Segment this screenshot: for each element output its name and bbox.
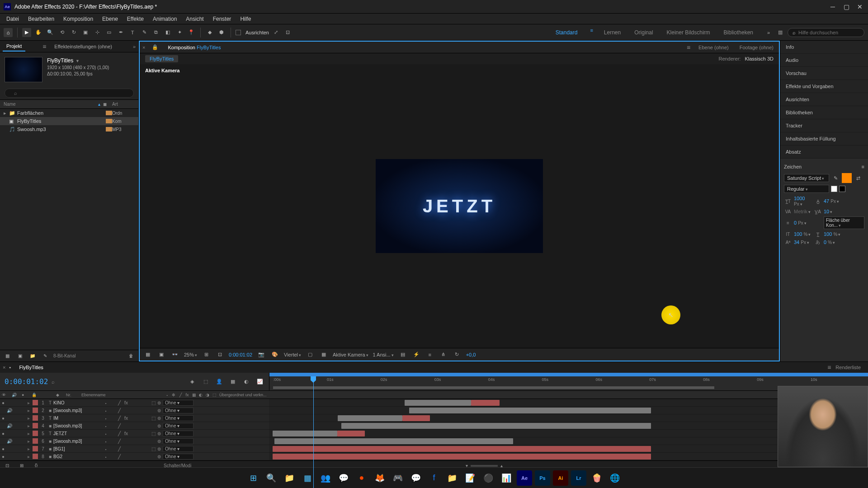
layer-row[interactable]: ●▸1TKINO⬩╱fx⬚⊚Ohne ▾ <box>0 399 868 407</box>
comp-dropdown-icon[interactable]: ▼ <box>75 59 80 63</box>
timeline-search-icon[interactable]: ⌕ <box>52 379 55 385</box>
taskbar-app5-icon[interactable]: 🍿 <box>589 470 604 486</box>
workspace-panel-icon[interactable]: ▥ <box>776 28 785 37</box>
new-comp-icon[interactable]: ▣ <box>15 352 24 361</box>
menu-hilfe[interactable]: Hilfe <box>236 14 255 24</box>
leading-value[interactable]: 47 <box>824 198 829 204</box>
tab-footage[interactable]: Footage (ohne) <box>737 43 776 52</box>
channel-icon[interactable]: ▣ <box>157 350 166 359</box>
frame-blend-icon[interactable]: ▦ <box>228 377 237 386</box>
workspace-original[interactable]: Original <box>632 28 656 38</box>
eraser-tool[interactable]: ◧ <box>163 28 172 37</box>
kerning-value[interactable]: Metrik <box>794 209 807 214</box>
taskbar-app6-icon[interactable]: 🌐 <box>607 470 623 486</box>
fast-preview-icon[interactable]: ⚡ <box>412 350 421 359</box>
guides-icon[interactable]: ⊡ <box>215 350 224 359</box>
snap-checkbox[interactable] <box>236 30 241 35</box>
breadcrumb-item[interactable]: FlyByTitles <box>145 55 178 62</box>
col-name-header[interactable]: Name <box>4 102 98 107</box>
switch-fx-icon[interactable]: fx <box>184 393 190 397</box>
reset-exposure-icon[interactable]: ↻ <box>453 350 462 359</box>
tsume-value[interactable]: 0 <box>824 239 826 245</box>
taskbar-whatsapp-icon[interactable]: 💬 <box>336 470 351 486</box>
layer-row[interactable]: ●▸8■BG2⬩╱⊚Ohne ▾ <box>0 453 868 460</box>
brush-tool[interactable]: ✎ <box>140 28 149 37</box>
viewer-timecode[interactable]: 0:00:01:02 <box>229 352 252 357</box>
zoom-select[interactable]: 25%▾ <box>184 352 197 357</box>
menu-bearbeiten[interactable]: Bearbeiten <box>24 14 59 24</box>
interpret-footage-icon[interactable]: ▦ <box>3 352 12 361</box>
taskbar-app4-icon[interactable]: 📊 <box>499 470 514 486</box>
snap-opt-icon[interactable]: ⤢ <box>272 28 281 37</box>
taskbar-app1-icon[interactable]: ▦ <box>300 470 315 486</box>
close-button[interactable]: ✕ <box>857 4 863 9</box>
font-size-value[interactable]: 1000 <box>794 196 805 201</box>
taskbar-ai-icon[interactable]: Ai <box>553 470 568 486</box>
switch-adjustment-icon[interactable]: ◑ <box>205 393 210 397</box>
col-audio-icon[interactable]: 🔊 <box>12 393 21 397</box>
hand-tool[interactable]: ✋ <box>34 28 43 37</box>
col-solo-icon[interactable]: ● <box>22 393 31 397</box>
workspace-bibliotheken[interactable]: Bibliotheken <box>721 28 756 38</box>
layer-row[interactable]: 🔊▸2■[Swoosh.mp3]⬩╱⊚Ohne ▾ <box>0 407 868 414</box>
grid-icon[interactable]: ⊞ <box>202 350 211 359</box>
start-button[interactable]: ⊞ <box>245 470 261 486</box>
pixel-aspect-icon[interactable]: ▤ <box>398 350 407 359</box>
comp-panel-menu-icon[interactable]: ≡ <box>687 44 690 51</box>
comp-tab-close-icon[interactable]: × <box>142 45 145 50</box>
font-style-select[interactable]: Regular▾ <box>784 185 829 193</box>
panel-audio[interactable]: Audio <box>780 54 868 67</box>
trash-icon[interactable]: 🗑 <box>127 352 136 361</box>
anchor-tool[interactable]: ⊹ <box>93 28 102 37</box>
maximize-button[interactable]: ▢ <box>844 4 849 9</box>
tab-layer[interactable]: Ebene (ohne) <box>696 43 731 52</box>
shy-icon[interactable]: 👤 <box>215 377 224 386</box>
menu-datei[interactable]: Datei <box>2 14 24 24</box>
panel-bibliotheken[interactable]: Bibliotheken <box>780 106 868 119</box>
col-visibility-icon[interactable]: 👁 <box>2 393 11 397</box>
taskbar-folder-icon[interactable]: 📁 <box>444 470 460 486</box>
hscale-value[interactable]: 100 <box>824 231 832 237</box>
bit-depth-label[interactable]: 8-Bit-Kanal <box>53 353 75 358</box>
res-icon[interactable]: 👓 <box>170 350 179 359</box>
snap-opt2-icon[interactable]: ⊡ <box>283 28 292 37</box>
rotate-tool[interactable]: ↻ <box>69 28 78 37</box>
taskbar-explorer-icon[interactable]: 📁 <box>282 470 297 486</box>
col-label-icon[interactable]: ◆ <box>56 393 65 397</box>
vscale-value[interactable]: 100 <box>794 231 802 237</box>
camera-select[interactable]: Aktive Kamera▾ <box>333 352 368 357</box>
alpha-icon[interactable]: ▦ <box>143 350 152 359</box>
mask-mode-icon[interactable]: ◆ <box>205 28 214 37</box>
help-search-input[interactable] <box>798 30 859 35</box>
panel-tracker[interactable]: Tracker <box>780 119 868 132</box>
workspace-more-icon[interactable]: » <box>764 28 773 37</box>
flowchart-icon[interactable]: ⋔ <box>439 350 448 359</box>
taskbar-teams-icon[interactable]: 👥 <box>318 470 333 486</box>
project-item[interactable]: 🎵Swoosh.mp3MP3 <box>0 125 138 133</box>
col-label-header[interactable]: ◼ <box>103 102 112 107</box>
stroke-color-swatch[interactable] <box>831 186 837 192</box>
menu-animation[interactable]: Animation <box>148 14 181 24</box>
tab-effect-controls[interactable]: Effekteinstellungen (ohne) <box>51 42 116 51</box>
no-color-swatch[interactable] <box>839 186 845 192</box>
taskbar-facebook-icon[interactable]: f <box>426 470 442 486</box>
swap-colors-icon[interactable]: ⇄ <box>854 174 863 183</box>
preview-canvas[interactable]: JETZT <box>376 159 543 253</box>
panel-vorschau[interactable]: Vorschau <box>780 67 868 80</box>
work-area-bar[interactable] <box>273 386 714 389</box>
layer-row[interactable]: ●▸5TJETZT⬩╱fx⬚⊚Ohne ▾ <box>0 430 868 437</box>
resolution-select[interactable]: Viertel▾ <box>284 352 301 357</box>
workspace-lernen[interactable]: Lernen <box>601 28 623 38</box>
layer-row[interactable]: 🔊▸4■[Swoosh.mp3]⬩╱⊚Ohne ▾ <box>0 422 868 430</box>
shape-tool[interactable]: ▭ <box>104 28 113 37</box>
project-search-input[interactable] <box>5 89 134 98</box>
taskbar-ae-icon[interactable]: Ae <box>517 470 532 486</box>
panel-effekte-und-vorgaben[interactable]: Effekte und Vorgaben <box>780 80 868 93</box>
project-item[interactable]: ▣FlyByTitlesKom <box>0 117 138 125</box>
tab-composition[interactable]: Komposition FlyByTitles <box>165 43 223 52</box>
taskbar-messenger-icon[interactable]: 💬 <box>408 470 424 486</box>
views-select[interactable]: 1 Ansi...▾ <box>373 352 394 357</box>
playhead[interactable] <box>313 376 314 488</box>
camera-tool[interactable]: ▣ <box>81 28 90 37</box>
comp-mini-flowchart-icon[interactable]: ◈ <box>188 377 197 386</box>
